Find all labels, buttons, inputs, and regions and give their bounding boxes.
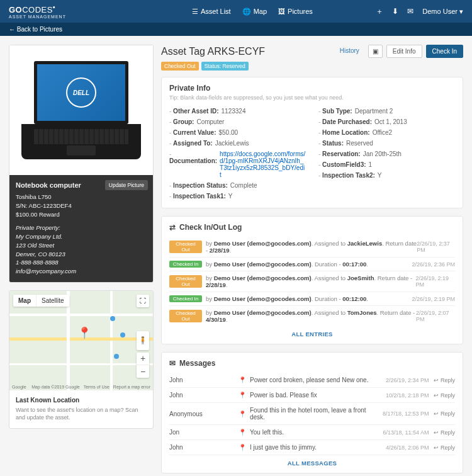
nav-map[interactable]: 🌐Map — [242, 8, 267, 16]
info-row: Inspection Task1:Y — [169, 191, 306, 201]
nav-pictures[interactable]: 🖼Pictures — [278, 8, 313, 16]
message-sender: John — [169, 392, 239, 399]
qr-button[interactable]: ▣ — [368, 45, 383, 58]
map-report-link[interactable]: Report a map error — [113, 385, 150, 389]
private-info-tip: Tip: Blank data-fields are suppressed, s… — [169, 94, 455, 101]
mail-icon[interactable]: ✉ — [407, 7, 413, 16]
reply-button[interactable]: ↩ Reply — [434, 429, 455, 436]
private-info-heading: Private Info — [169, 84, 455, 93]
info-row: Sub Type:Department 2 — [318, 106, 455, 116]
message-row: John📍Power cord broken, please send New … — [169, 373, 455, 388]
add-icon[interactable]: ＋ — [376, 6, 383, 17]
map-type-satellite[interactable]: Satellite — [37, 295, 69, 307]
map-pegman[interactable]: 🧍 — [137, 331, 149, 350]
reply-button[interactable]: ↩ Reply — [434, 377, 455, 383]
history-link[interactable]: History — [335, 45, 364, 58]
list-icon: ☰ — [192, 8, 198, 16]
log-timestamp: 2/26/19, 2:19 PM — [415, 275, 455, 288]
chevron-down-icon: ▾ — [459, 8, 463, 15]
message-row: John📍I just gave this to jimmy.4/26/18, … — [169, 440, 455, 455]
log-badge: Checked In — [169, 261, 202, 268]
map-fullscreen-button[interactable]: ⛶ — [137, 295, 149, 307]
map-zoom-in[interactable]: + — [137, 353, 149, 365]
all-entries-link[interactable]: ALL ENTRIES — [291, 331, 332, 337]
message-sender: John — [169, 377, 239, 383]
map-canvas[interactable]: 📍 Map Satellite ⛶ 🧍 + − Google Map data … — [9, 291, 153, 390]
download-icon[interactable]: ⬇ — [392, 7, 398, 16]
exchange-icon: ⇄ — [169, 223, 176, 232]
log-badge: Checked Out — [169, 310, 202, 322]
messages-section: ✉Messages John📍Power cord broken, please… — [161, 352, 463, 473]
all-messages-link[interactable]: ALL MESSAGES — [288, 460, 337, 467]
reply-button[interactable]: ↩ Reply — [434, 392, 455, 399]
edit-info-button[interactable]: Edit Info — [386, 45, 422, 58]
info-row: Documentation:https://docs.google.com/fo… — [169, 149, 306, 180]
nav-asset-list[interactable]: ☰Asset List — [192, 8, 231, 16]
log-badge: Checked Out — [169, 241, 202, 253]
info-row: Home Location:Office2 — [318, 127, 455, 138]
reply-button[interactable]: ↩ Reply — [434, 445, 455, 451]
log-badge: Checked Out — [169, 275, 202, 288]
log-timestamp: 2/26/19, 2:19 PM — [412, 296, 455, 302]
log-row: Checked Out by Demo User (demo@gocodes.c… — [169, 306, 455, 326]
update-picture-button[interactable]: Update Picture — [105, 180, 148, 190]
info-row: Other Asset ID:1123324 — [169, 106, 306, 116]
info-row: Reservation:Jan 20th-25th — [318, 149, 455, 159]
log-row: Checked Out by Demo User (demo@gocodes.c… — [169, 271, 455, 292]
private-property-label: Private Property: — [16, 224, 147, 232]
message-timestamp: 2/26/19, 2:34 PM — [386, 377, 429, 383]
message-sender: Jon — [169, 429, 239, 436]
user-menu[interactable]: Demo User ▾ — [422, 8, 463, 16]
info-row: CustomField3:1 — [318, 159, 455, 170]
message-body: Found this in the hotel room, leave a fr… — [250, 407, 383, 421]
message-sender: Anonymous — [169, 411, 239, 417]
message-timestamp: 10/2/18, 2:18 PM — [386, 392, 429, 399]
app-header: GOCODES▪ ASSET MANAGEMENT ☰Asset List 🌐M… — [0, 0, 472, 23]
asset-reward: $100.00 Reward — [16, 210, 147, 219]
message-row: Jon📍You left this.6/13/18, 11:54 AM↩ Rep… — [169, 425, 455, 440]
message-timestamp: 8/17/18, 12:53 PM — [383, 411, 429, 417]
company-email: info@mycompany.com — [16, 267, 147, 276]
map-google-logo: Google — [12, 385, 26, 389]
log-row: Checked In by Demo User (demo@gocodes.co… — [169, 292, 455, 306]
map-zoom-out[interactable]: − — [137, 365, 149, 378]
message-body: You left this. — [250, 429, 383, 436]
message-timestamp: 6/13/18, 11:54 AM — [383, 429, 429, 436]
globe-icon: 🌐 — [242, 8, 251, 16]
log-timestamp: 2/26/19, 2:36 PM — [412, 261, 455, 268]
log-section: ⇄Check In/Out Log Checked Out by Demo Us… — [161, 216, 463, 344]
map-title: Last Known Location — [16, 397, 147, 404]
asset-serial: S/N: ABC-1223DEF4 — [16, 201, 147, 210]
brand-logo[interactable]: GOCODES▪ ASSET MANAGEMENT — [9, 4, 66, 18]
private-info-section: Private Info Tip: Blank data-fields are … — [161, 77, 463, 208]
map-description: Want to see the asset's location on a ma… — [16, 406, 147, 422]
envelope-icon: ✉ — [169, 359, 176, 368]
map-marker-icon: 📍 — [77, 326, 91, 340]
company-name: My Company Ltd. — [16, 232, 147, 241]
reply-button[interactable]: ↩ Reply — [434, 411, 455, 417]
asset-image-card: DELL Update Picture Notebook computer To… — [9, 45, 154, 283]
page-title: Asset Tag ARKS-ECYF — [161, 46, 265, 57]
log-row: Checked In by Demo User (demo@gocodes.co… — [169, 258, 455, 271]
map-terms-link[interactable]: Terms of Use — [84, 385, 110, 389]
pictures-icon: 🖼 — [278, 8, 285, 15]
map-card: 📍 Map Satellite ⛶ 🧍 + − Google Map data … — [9, 290, 154, 429]
map-type-map[interactable]: Map — [13, 295, 37, 307]
message-timestamp: 4/26/18, 2:06 PM — [386, 445, 429, 451]
documentation-link[interactable]: https://docs.google.com/forms/d/1pg-mIKR… — [220, 150, 305, 178]
info-row: Assigned To:JackieLewis — [169, 138, 306, 149]
pin-icon: 📍 — [239, 411, 246, 417]
pin-icon: 📍 — [239, 429, 246, 436]
info-row: Status:Reserved — [318, 138, 455, 149]
map-attr-data: Map data ©2019 Google — [31, 385, 79, 389]
message-body: Power is bad. Please fix — [250, 392, 386, 399]
map-zoom-control: + − — [137, 353, 149, 378]
info-row: Inspection Status:Complete — [169, 180, 306, 191]
back-link[interactable]: ← Back to Pictures — [9, 26, 62, 33]
company-address1: 123 Old Street — [16, 241, 147, 250]
info-row: Group:Computer — [169, 116, 306, 127]
check-in-button[interactable]: Check In — [426, 45, 463, 58]
pin-icon: 📍 — [239, 444, 246, 451]
status-badge-checked-out: Checked Out — [161, 62, 199, 71]
log-timestamp: 2/26/19, 2:07 PM — [416, 310, 455, 322]
